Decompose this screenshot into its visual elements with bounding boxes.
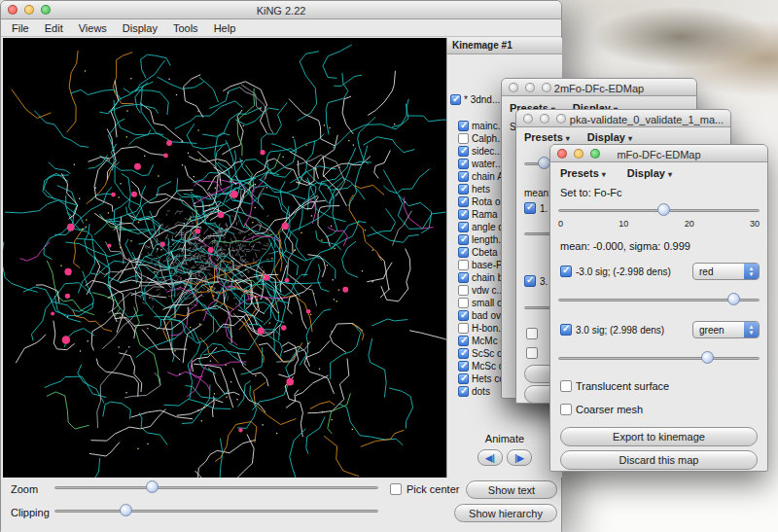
zoom-window-button[interactable] [41, 5, 51, 15]
high-contour-label: 3.0 sig; (2.998 dens) [576, 325, 664, 336]
menu-views[interactable]: Views [71, 22, 115, 34]
group-checkbox[interactable] [458, 159, 469, 169]
menu-edit[interactable]: Edit [37, 22, 71, 34]
edmap-window-front: mFo-DFc-EDMap Presets▾ Display▾ Set to: … [549, 144, 768, 472]
menu-help[interactable]: Help [206, 22, 244, 34]
high-slider-thumb[interactable] [701, 351, 714, 364]
group-label: water... [472, 159, 503, 169]
group-checkbox[interactable] [458, 285, 469, 296]
pick-center-checkbox[interactable] [390, 483, 402, 495]
low-color-value: red [693, 266, 744, 277]
group-checkbox[interactable] [458, 209, 469, 220]
high-color-dropdown[interactable]: green ▲▼ [692, 321, 760, 338]
slider-track[interactable] [558, 357, 760, 360]
tick-label: 20 [685, 219, 694, 229]
popup-arrows-icon: ▲▼ [744, 264, 759, 279]
display-menu[interactable]: Display▾ [627, 167, 672, 179]
translucent-checkbox[interactable] [526, 328, 538, 339]
coarser-label: Coarser mesh [576, 404, 643, 415]
molecule-canvas[interactable] [3, 38, 446, 478]
edmap-back-titlebar[interactable]: 2mFo-DFc-EDMap [502, 79, 696, 96]
menu-file[interactable]: File [4, 22, 37, 34]
edmap-front-titlebar[interactable]: mFo-DFc-EDMap [550, 145, 767, 162]
group-checkbox[interactable] [458, 323, 469, 334]
close-button[interactable] [557, 149, 567, 159]
zoom-slider-thumb[interactable] [146, 480, 159, 493]
coarser-checkbox[interactable] [560, 404, 572, 415]
close-button[interactable] [509, 83, 518, 92]
group-checkbox[interactable] [458, 361, 469, 372]
export-to-kinemage-button[interactable]: Export to kinemage [560, 427, 758, 446]
translucent-label: Translucent surface [576, 380, 669, 392]
level-slider[interactable] [558, 203, 760, 217]
group-checkbox[interactable] [458, 348, 469, 359]
group-checkbox[interactable] [458, 298, 469, 308]
zoom-window-button[interactable] [542, 83, 551, 92]
set-to-value: Set to: Fo-Fc [560, 187, 622, 198]
animate-forward-button[interactable]: |▶ [507, 449, 532, 466]
clipping-slider-thumb[interactable] [120, 504, 132, 516]
low-contour-slider[interactable] [558, 293, 760, 306]
presets-menu[interactable]: Presets▾ [524, 131, 570, 143]
mean-sigma-text: mean: [524, 188, 551, 198]
zoom-window-button[interactable] [556, 114, 566, 124]
zoom-slider-track[interactable] [54, 486, 378, 489]
group-checkbox[interactable] [458, 247, 469, 258]
high-contour-checkbox[interactable] [524, 275, 536, 287]
group-checkbox[interactable] [458, 336, 469, 346]
group-checkbox[interactable] [458, 121, 469, 131]
group-label: chain A [472, 171, 504, 182]
coarser-checkbox[interactable] [526, 347, 538, 359]
window-title: 2mFo-DFc-EDMap [554, 83, 644, 94]
kinemage-panel-title: Kinemage #1 [447, 38, 562, 54]
group-checkbox[interactable] [458, 196, 469, 207]
low-slider-thumb[interactable] [727, 293, 740, 305]
group-checkbox[interactable] [458, 222, 469, 232]
group-checkbox[interactable] [458, 272, 469, 283]
clipping-slider[interactable] [54, 504, 378, 517]
menu-tools[interactable]: Tools [165, 22, 206, 34]
group-checkbox[interactable] [458, 171, 469, 182]
group-checkbox[interactable] [458, 184, 469, 195]
group-checkbox[interactable] [458, 386, 469, 397]
edmap-middle-titlebar[interactable]: pka-validate_0_validate_1_ma... [516, 110, 730, 127]
minimize-button[interactable] [525, 83, 535, 92]
minimize-button[interactable] [540, 114, 549, 124]
main-titlebar[interactable]: KiNG 2.22 [1, 1, 561, 19]
group-checkbox[interactable] [458, 133, 469, 144]
high-color-value: green [693, 325, 744, 336]
group-checkbox[interactable] [458, 234, 469, 245]
show-hierarchy-button[interactable]: Show hierarchy [454, 504, 557, 522]
animate-back-button[interactable]: ◀| [477, 449, 503, 466]
high-contour-slider[interactable] [558, 351, 760, 365]
low-color-dropdown[interactable]: red ▲▼ [692, 263, 760, 280]
low-contour-checkbox[interactable] [524, 202, 536, 214]
molecule-viewport[interactable] [3, 38, 446, 478]
high-contour-label: 3. [540, 276, 548, 287]
group-label: hets [472, 184, 490, 195]
group-checkbox[interactable] [458, 260, 469, 270]
presets-menu[interactable]: Presets▾ [560, 167, 606, 179]
group-label: vdw c... [472, 285, 505, 296]
menu-display[interactable]: Display [115, 22, 165, 34]
minimize-button[interactable] [574, 149, 584, 159]
group-checkbox[interactable] [458, 373, 469, 384]
translucent-checkbox[interactable] [560, 380, 572, 392]
king-main-window: KiNG 2.22 FileEditViewsDisplayToolsHelp … [0, 0, 562, 532]
zoom-slider[interactable] [54, 480, 378, 494]
discard-map-button[interactable]: Discard this map [560, 450, 758, 470]
group-checkbox[interactable] [458, 146, 469, 157]
mean-sigma-text: mean: -0.000, sigma: 0.999 [560, 240, 690, 252]
show-text-button[interactable]: Show text [466, 480, 557, 499]
group-checkbox[interactable] [450, 94, 461, 105]
low-contour-checkbox[interactable] [560, 266, 572, 277]
zoom-window-button[interactable] [590, 149, 600, 159]
close-button[interactable] [523, 114, 533, 124]
display-menu[interactable]: Display▾ [587, 131, 632, 143]
clipping-slider-track[interactable] [54, 510, 378, 513]
close-button[interactable] [8, 5, 18, 15]
minimize-button[interactable] [24, 5, 34, 15]
level-slider-thumb[interactable] [657, 203, 670, 216]
high-contour-checkbox[interactable] [560, 324, 572, 336]
group-checkbox[interactable] [458, 310, 469, 321]
